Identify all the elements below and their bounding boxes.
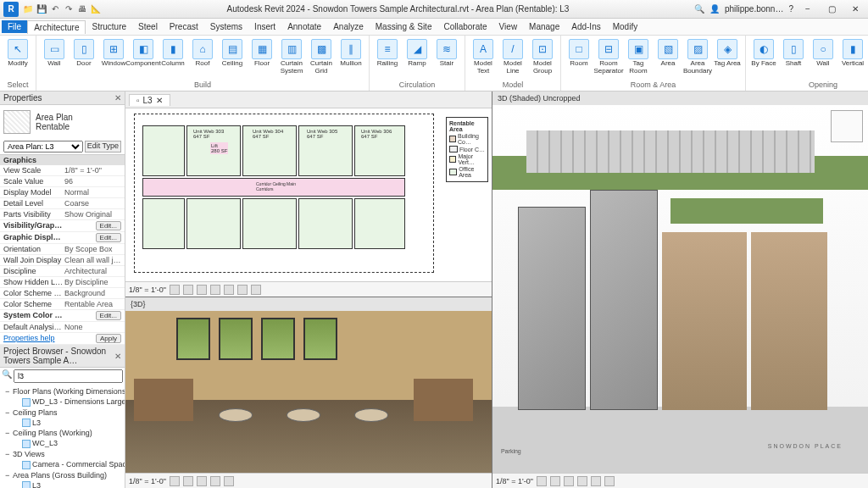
prop-value[interactable]: Architectural (64, 267, 121, 275)
iso-canvas[interactable]: SNOWDON PLACE Parking (492, 105, 868, 473)
prop-row-default-analysis-di-[interactable]: Default Analysis Di…None (0, 322, 125, 333)
prop-row-display-model[interactable]: Display ModelNormal (0, 187, 125, 198)
prop-row-scale-value[interactable]: Scale Value96 (0, 176, 125, 187)
tool-ramp[interactable]: ◢Ramp (403, 37, 431, 69)
tool-mullion[interactable]: ∥Mullion (337, 37, 365, 69)
prop-value[interactable] (64, 233, 96, 242)
view-tab-l3[interactable]: ▫ L3 ✕ (129, 94, 170, 106)
vc-icon[interactable] (604, 476, 615, 486)
tool-roof[interactable]: ⌂Roof (188, 37, 217, 69)
menu-tab-collaborate[interactable]: Collaborate (437, 20, 492, 33)
tool-area-boundary[interactable]: ▨Area Boundary (683, 37, 712, 77)
menu-tab-architecture[interactable]: Architecture (27, 20, 86, 34)
tree-node[interactable]: −Ceiling Plans (2, 408, 123, 418)
vc-icon[interactable] (183, 476, 193, 486)
tool-floor[interactable]: ▦Floor (248, 37, 276, 69)
edit-type-button[interactable]: Edit Type (85, 141, 121, 152)
tool-railing[interactable]: ≡Railing (373, 37, 402, 69)
tool-component[interactable]: ◧Component (129, 37, 158, 69)
prop-edit-button[interactable]: Edit... (96, 221, 121, 230)
tool-area[interactable]: ▧Area (654, 37, 682, 69)
prop-value[interactable]: Clean all wall joins (64, 256, 121, 264)
prop-value[interactable]: By Discipline (64, 278, 121, 286)
vc-icon[interactable] (224, 285, 234, 295)
tool-model-text[interactable]: AModel Text (469, 37, 498, 77)
prop-value[interactable]: Show Original (64, 210, 121, 219)
tree-node[interactable]: WC_L3 (2, 438, 123, 449)
tree-node[interactable]: −Floor Plans (Working Dimensions) (2, 386, 123, 396)
tool-model-line[interactable]: /Model Line (498, 37, 527, 77)
tool-curtain-system[interactable]: ▥Curtain System (277, 37, 306, 77)
menu-tab-annotate[interactable]: Annotate (281, 20, 327, 33)
prop-value[interactable]: None (64, 323, 121, 331)
prop-value[interactable]: Rentable Area (64, 300, 121, 308)
vc-icon[interactable] (170, 285, 180, 295)
tool-door[interactable]: ▯Door (70, 37, 98, 69)
vc-icon[interactable] (251, 285, 261, 295)
minimize-button[interactable]: − (798, 4, 817, 14)
plan-scale[interactable]: 1/8" = 1'-0" (129, 286, 166, 294)
user-name[interactable]: philippe.bonn… (725, 4, 784, 14)
plan-canvas[interactable]: Unit Web 303647 SF Unit Web 304647 SF Un… (125, 108, 492, 281)
expand-icon[interactable]: − (5, 429, 13, 437)
tool-tag-room[interactable]: ▣Tag Room (624, 37, 653, 77)
vc-icon[interactable] (170, 476, 180, 486)
view-cube[interactable] (831, 110, 863, 142)
tree-node[interactable]: −3D Views (2, 449, 123, 459)
prop-row-parts-visibility[interactable]: Parts VisibilityShow Original (0, 209, 125, 220)
tree-node[interactable]: −Ceiling Plans (Working) (2, 428, 123, 438)
menu-tab-modify[interactable]: Modify (607, 20, 643, 33)
prop-value[interactable]: Background (64, 289, 121, 297)
qat-redo-icon[interactable]: ↷ (63, 3, 75, 15)
prop-row-color-scheme[interactable]: Color SchemeRentable Area (0, 299, 125, 310)
menu-tab-file[interactable]: File (2, 20, 27, 33)
tool-tag-area[interactable]: ◈Tag Area (713, 37, 742, 69)
tool-room[interactable]: □Room (565, 37, 593, 69)
prop-edit-button[interactable]: Edit... (96, 233, 121, 242)
prop-value[interactable] (64, 311, 96, 320)
vc-icon[interactable] (183, 285, 193, 295)
menu-tab-systems[interactable]: Systems (204, 20, 248, 33)
vc-icon[interactable] (564, 476, 574, 486)
project-tree[interactable]: −Floor Plans (Working Dimensions)WD_L3 -… (0, 385, 125, 488)
help-icon[interactable]: ? (788, 4, 793, 14)
tool-shaft[interactable]: ▯Shaft (779, 37, 808, 69)
prop-row-detail-level[interactable]: Detail LevelCoarse (0, 198, 125, 209)
qat-measure-icon[interactable]: 📐 (90, 3, 102, 15)
tool-room-separator[interactable]: ⊟Room Separator (594, 37, 623, 77)
view-tab-close-icon[interactable]: ✕ (156, 96, 163, 105)
prop-row-graphic-display-o-[interactable]: Graphic Display O…Edit... (0, 232, 125, 244)
tool-modify[interactable]: ↖Modify (3, 37, 32, 69)
qat-print-icon[interactable]: 🖶 (76, 3, 88, 15)
prop-value[interactable]: 96 (64, 177, 121, 186)
expand-icon[interactable]: − (5, 450, 13, 458)
prop-row-visibility-graphics-[interactable]: Visibility/Graphics …Edit... (0, 220, 125, 232)
vc-icon[interactable] (591, 476, 601, 486)
prop-value[interactable]: 1/8" = 1'-0" (64, 166, 121, 175)
prop-value[interactable]: Coarse (64, 199, 121, 208)
vc-icon[interactable] (197, 476, 207, 486)
prop-row-orientation[interactable]: OrientationBy Scope Box (0, 244, 125, 255)
menu-tab-analyze[interactable]: Analyze (327, 20, 370, 33)
tool-by-face[interactable]: ◐By Face (749, 37, 778, 69)
type-preview[interactable]: Area Plan Rentable (0, 105, 125, 139)
prop-value[interactable]: Normal (64, 188, 121, 197)
iso-scale[interactable]: 1/8" = 1'-0" (496, 477, 533, 485)
prop-value[interactable] (64, 221, 96, 230)
app-logo[interactable]: R (3, 2, 19, 17)
prop-row-show-hidden-lines[interactable]: Show Hidden LinesBy Discipline (0, 277, 125, 288)
vc-icon[interactable] (197, 285, 207, 295)
expand-icon[interactable]: − (5, 471, 13, 480)
menu-tab-precast[interactable]: Precast (164, 20, 204, 33)
menu-tab-massing-site[interactable]: Massing & Site (370, 20, 438, 33)
vc-icon[interactable] (237, 285, 248, 295)
menu-tab-steel[interactable]: Steel (132, 20, 164, 33)
qat-save-icon[interactable]: 💾 (36, 3, 47, 15)
properties-close-icon[interactable]: ✕ (114, 93, 121, 103)
expand-icon[interactable]: − (5, 387, 13, 396)
prop-row-view-scale[interactable]: View Scale1/8" = 1'-0" (0, 165, 125, 176)
vc-icon[interactable] (537, 476, 547, 486)
prop-value[interactable]: By Scope Box (64, 245, 121, 253)
browser-close-icon[interactable]: ✕ (114, 352, 121, 361)
menu-tab-add-ins[interactable]: Add-Ins (565, 20, 606, 33)
